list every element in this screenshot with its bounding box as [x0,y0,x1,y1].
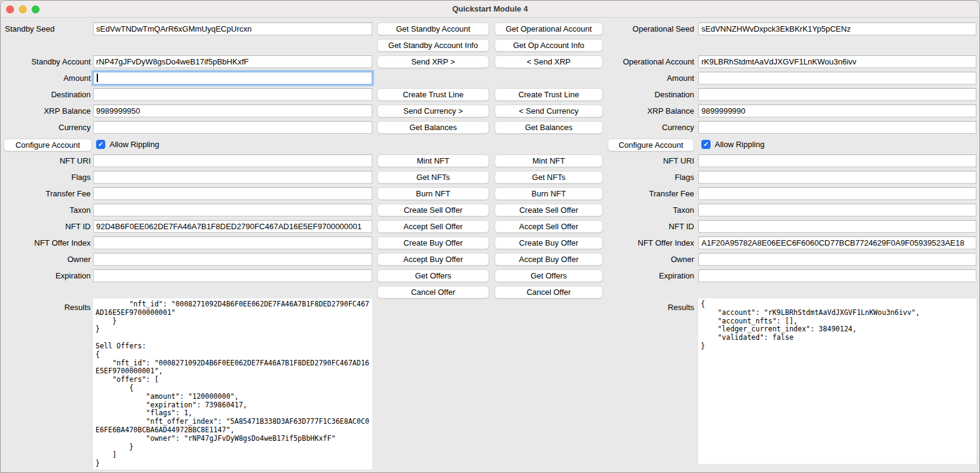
get-standby-account-info-button[interactable]: Get Standby Account Info [377,39,489,52]
operational-transfer-fee-input[interactable] [698,187,976,200]
operational-taxon-input[interactable] [698,204,976,216]
standby-transfer-fee-input[interactable] [93,187,372,200]
standby-get-nfts-button[interactable]: Get NFTs [377,171,489,184]
send-xrp-right-button[interactable]: Send XRP > [377,55,489,68]
standby-destination-label: Destination [1,88,91,101]
operational-currency-input[interactable] [698,121,976,134]
operational-destination-label: Destination [572,88,694,101]
standby-get-offers-button[interactable]: Get Offers [377,269,489,282]
operational-owner-label: Owner [572,253,694,266]
standby-account-input[interactable] [93,55,372,68]
standby-xrp-balance-input[interactable] [93,105,372,117]
standby-taxon-input[interactable] [93,204,372,216]
operational-results-label: Results [572,301,694,314]
operational-seed-input[interactable] [698,22,976,35]
check-icon: ✓ [98,140,103,148]
standby-taxon-label: Taxon [1,204,91,216]
standby-seed-input[interactable] [93,22,372,35]
standby-destination-input[interactable] [93,88,372,101]
operational-amount-label: Amount [572,72,694,85]
standby-nft-id-label: NFT ID [1,220,91,233]
operational-amount-input[interactable] [698,72,976,85]
operational-nft-offer-index-label: NFT Offer Index [572,236,694,249]
operational-account-label: Operational Account [572,55,694,68]
titlebar: Quickstart Module 4 [1,1,979,18]
standby-currency-label: Currency [1,121,91,134]
operational-xrp-balance-input[interactable] [698,105,976,117]
standby-nft-uri-input[interactable] [93,154,372,167]
standby-amount-label: Amount [1,72,91,85]
check-icon: ✓ [703,140,709,148]
standby-nft-id-input[interactable] [93,220,372,233]
standby-amount-input[interactable] [93,72,372,85]
window-title: Quickstart Module 4 [1,1,979,18]
standby-create-buy-offer-button[interactable]: Create Buy Offer [377,236,489,249]
operational-flags-input[interactable] [698,171,976,184]
standby-currency-input[interactable] [93,121,372,134]
operational-currency-label: Currency [572,121,694,134]
standby-flags-label: Flags [1,171,91,184]
standby-cancel-offer-button[interactable]: Cancel Offer [377,286,489,299]
get-op-account-info-button[interactable]: Get Op Account Info [495,39,603,52]
standby-nft-offer-index-label: NFT Offer Index [1,236,91,249]
operational-xrp-balance-label: XRP Balance [572,105,694,117]
standby-allow-rippling-label: Allow Rippling [109,139,159,151]
operational-destination-input[interactable] [698,88,976,101]
standby-owner-label: Owner [1,253,91,266]
operational-account-input[interactable] [698,55,976,68]
standby-expiration-label: Expiration [1,269,91,282]
operational-nft-id-label: NFT ID [572,220,694,233]
operational-nft-uri-input[interactable] [698,154,976,167]
standby-transfer-fee-label: Transfer Fee [1,187,91,200]
op-cancel-offer-button[interactable]: Cancel Offer [495,286,603,299]
operational-results-textarea[interactable]: { "account": "rK9LBRhStdmtAaVdJXGVF1LnKW… [698,299,976,464]
standby-xrp-balance-label: XRP Balance [1,105,91,117]
operational-transfer-fee-label: Transfer Fee [572,187,694,200]
standby-results-textarea[interactable]: "nft_id": "0008271092D4B6F0EE062DE7FA46A… [93,299,372,469]
text-caret [97,74,98,82]
standby-owner-input[interactable] [93,253,372,266]
standby-nft-offer-index-input[interactable] [93,236,372,249]
standby-mint-nft-button[interactable]: Mint NFT [377,154,489,167]
standby-create-sell-offer-button[interactable]: Create Sell Offer [377,204,489,216]
operational-expiration-input[interactable] [698,269,976,282]
operational-nft-offer-index-input[interactable] [698,236,976,249]
standby-account-label: Standby Account [1,55,91,68]
standby-accept-sell-offer-button[interactable]: Accept Sell Offer [377,220,489,233]
standby-get-balances-button[interactable]: Get Balances [377,121,489,134]
standby-results-label: Results [1,301,91,314]
standby-allow-rippling-checkbox[interactable]: ✓ [96,140,105,149]
standby-burn-nft-button[interactable]: Burn NFT [377,187,489,200]
operational-allow-rippling-checkbox[interactable]: ✓ [701,140,711,149]
operational-owner-input[interactable] [698,253,976,266]
operational-taxon-label: Taxon [572,204,694,216]
send-currency-right-button[interactable]: Send Currency > [377,105,489,117]
standby-expiration-input[interactable] [93,269,372,282]
operational-configure-account-button[interactable]: Configure Account [608,139,694,151]
operational-nft-uri-label: NFT URI [572,154,694,167]
get-standby-account-button[interactable]: Get Standby Account [377,22,489,35]
standby-seed-label: Standby Seed [1,22,91,35]
operational-expiration-label: Expiration [572,269,694,282]
operational-seed-label: Operational Seed [572,22,694,35]
standby-configure-account-button[interactable]: Configure Account [4,139,92,151]
standby-nft-uri-label: NFT URI [1,154,91,167]
operational-nft-id-input[interactable] [698,220,976,233]
app-window: Quickstart Module 4 Standby Seed Standby… [0,0,980,473]
operational-allow-rippling-label: Allow Rippling [715,139,765,151]
standby-flags-input[interactable] [93,171,372,184]
standby-accept-buy-offer-button[interactable]: Accept Buy Offer [377,253,489,266]
operational-flags-label: Flags [572,171,694,184]
standby-create-trust-line-button[interactable]: Create Trust Line [377,88,489,101]
